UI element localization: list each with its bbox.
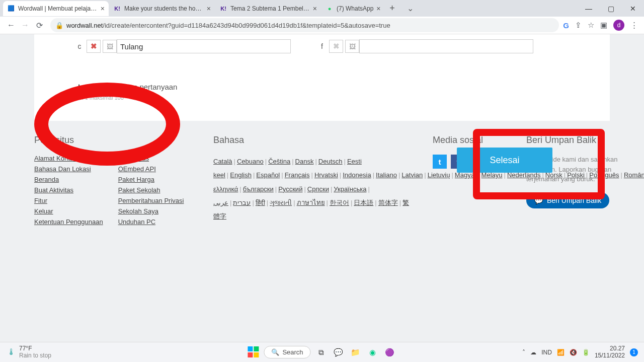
sitemap-link[interactable]: Sekolah Saya	[118, 207, 184, 215]
language-link[interactable]: Indonesia	[343, 171, 371, 179]
delete-answer-button[interactable]: ✖	[329, 40, 343, 53]
tab-whatsapp[interactable]: ● (7) WhatsApp ×	[321, 1, 385, 16]
language-link[interactable]: ગુજરાતી	[270, 199, 292, 206]
image-icon: 🖼	[107, 43, 113, 50]
close-icon[interactable]: ×	[207, 5, 211, 13]
minimize-button[interactable]: —	[578, 1, 600, 16]
add-question-button[interactable]: ＋ Menambahkan pertanyaan	[74, 81, 177, 93]
weather-widget[interactable]: 🌡 77°F Rain to stop	[0, 345, 51, 358]
sitemap-link[interactable]: Komunitas	[118, 155, 184, 162]
language-link[interactable]: عربى	[213, 199, 228, 206]
chrome-menu-icon[interactable]: ⋮	[630, 21, 638, 30]
chrome-app-icon[interactable]: 🟣	[383, 346, 396, 359]
language-link[interactable]: ελληνικά	[213, 185, 238, 193]
sitemap-link[interactable]: Paket Sekolah	[118, 186, 184, 194]
sitemap-link[interactable]: Beranda	[34, 176, 103, 183]
language-link[interactable]: Deutsch	[318, 158, 343, 165]
share-icon[interactable]: ⇪	[575, 21, 582, 30]
extensions-icon[interactable]: ▣	[600, 21, 607, 30]
language-link[interactable]: Čeština	[268, 158, 290, 165]
language-link[interactable]: Català	[213, 158, 232, 165]
kahoot-favicon-icon: K!	[219, 5, 227, 13]
tab-wordwall[interactable]: 🟦 Wordwall | Membuat pelajaran y ×	[3, 1, 109, 16]
start-button[interactable]	[248, 346, 260, 358]
back-button[interactable]: ←	[4, 18, 18, 32]
close-icon[interactable]: ×	[313, 5, 317, 13]
time-label: 20.27	[595, 345, 625, 352]
language-link[interactable]: ภาษาไทย	[297, 199, 325, 206]
language-link[interactable]: Español	[256, 171, 280, 179]
language-link[interactable]: Français	[285, 171, 310, 179]
language-link[interactable]: हिंदी	[256, 199, 265, 206]
forward-button[interactable]: →	[18, 18, 32, 32]
language-link[interactable]: български	[243, 185, 274, 193]
delete-answer-button[interactable]: ✖	[87, 40, 101, 53]
reload-button[interactable]: ⟳	[32, 18, 46, 32]
add-image-button[interactable]: 🖼	[103, 40, 117, 53]
x-icon: ✖	[333, 42, 340, 51]
sitemap-link[interactable]: Fitur	[34, 197, 103, 204]
file-explorer-icon[interactable]: 📁	[349, 346, 362, 359]
edge-icon[interactable]: ◉	[366, 346, 379, 359]
answer-f-input[interactable]	[359, 39, 533, 53]
language-link[interactable]: English	[230, 171, 252, 179]
tray-chevron-icon[interactable]: ˄	[522, 349, 525, 356]
language-link[interactable]: 简体字	[378, 199, 398, 206]
kahoot-favicon-icon: K!	[113, 5, 121, 13]
language-link[interactable]: Русский	[278, 185, 302, 193]
language-link[interactable]: Hrvatski	[314, 171, 338, 179]
sitemap-link[interactable]: OEmbed API	[118, 165, 184, 173]
bookmark-icon[interactable]: ☆	[588, 21, 594, 30]
volume-icon[interactable]: 🔇	[570, 349, 577, 356]
done-button[interactable]: Selesai	[457, 148, 552, 173]
battery-icon[interactable]: 🔋	[582, 349, 590, 356]
url-path: /id/create/entercontent?guid=d1184a6243d…	[103, 22, 390, 29]
task-view-icon[interactable]: ⧉	[315, 346, 328, 359]
language-link[interactable]: Italiano	[376, 171, 397, 179]
sitemap-link[interactable]: Buat Aktivitas	[34, 186, 103, 194]
add-image-button[interactable]: 🖼	[345, 40, 359, 53]
language-link[interactable]: Latvian	[401, 171, 423, 179]
tab-overflow-icon[interactable]: ⌄	[399, 4, 422, 13]
twitter-icon[interactable]: t	[433, 155, 447, 169]
sitemap-link[interactable]: Unduhan PC	[118, 218, 184, 226]
maximize-button[interactable]: ▢	[600, 1, 622, 16]
sitemap-link[interactable]: Alamat Kontak	[34, 155, 103, 162]
clock[interactable]: 20.27 15/11/2022	[595, 345, 625, 358]
profile-avatar[interactable]: d	[613, 20, 624, 31]
language-link[interactable]: Українська	[334, 185, 366, 193]
tab-title: Make your students the hosts of	[124, 5, 204, 12]
sitemap-heading: Peta situs	[34, 135, 195, 146]
wifi-icon[interactable]: 📶	[557, 349, 565, 356]
language-link[interactable]: Српски	[307, 185, 329, 193]
sitemap-link[interactable]: Bahasa Dan Lokasi	[34, 165, 103, 173]
sitemap-link[interactable]: Paket Harga	[118, 176, 184, 183]
sitemap-link[interactable]: Keluar	[34, 207, 103, 215]
tab-kahoot-1[interactable]: K! Make your students the hosts of ×	[109, 1, 215, 16]
language-indicator[interactable]: IND	[541, 349, 552, 356]
close-window-button[interactable]: ✕	[622, 1, 644, 16]
language-heading: Bahasa	[213, 135, 415, 146]
google-icon[interactable]: G	[563, 21, 569, 30]
chat-app-icon[interactable]: 💬	[332, 346, 345, 359]
onedrive-icon[interactable]: ☁	[530, 349, 536, 356]
answer-c-input[interactable]	[117, 39, 291, 53]
new-tab-button[interactable]: +	[385, 3, 399, 14]
close-icon[interactable]: ×	[376, 5, 380, 13]
feedback-button[interactable]: 💬 Beri Umpan Balik	[526, 192, 609, 208]
tab-title: (7) WhatsApp	[337, 5, 373, 12]
x-icon: ✖	[91, 42, 97, 51]
question-limits-label: min 1 maksimal 100	[74, 95, 610, 101]
tab-kahoot-2[interactable]: K! Tema 2 Subtema 1 Pembelajaran ×	[215, 1, 321, 16]
language-link[interactable]: 한국어	[330, 199, 349, 206]
sitemap-link[interactable]: Pemberitahuan Privasi	[118, 197, 184, 204]
sitemap-link[interactable]: Ketentuan Penggunaan	[34, 218, 103, 226]
language-link[interactable]: 日本語	[354, 199, 373, 206]
url-input[interactable]: 🔒 wordwall.net/id/create/entercontent?gu…	[50, 18, 559, 32]
language-link[interactable]: עברית	[233, 199, 251, 206]
notification-badge[interactable]: 1	[630, 348, 638, 356]
language-link[interactable]: Cebuano	[237, 158, 264, 165]
taskbar-search[interactable]: 🔍 Search	[264, 346, 310, 358]
language-link[interactable]: Dansk	[295, 158, 314, 165]
close-icon[interactable]: ×	[101, 5, 105, 13]
